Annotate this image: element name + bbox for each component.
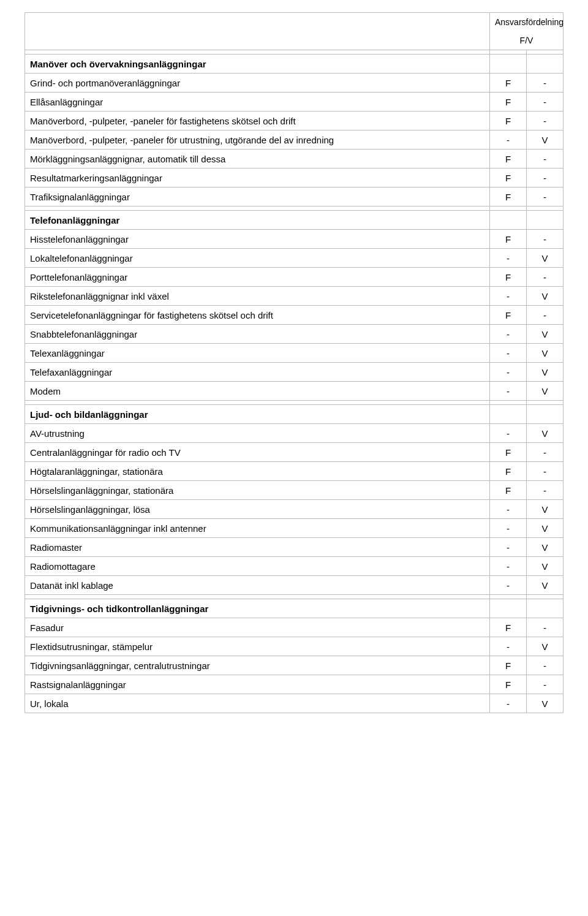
table-row: Tidgivningsanläggningar, centralutrustni… xyxy=(25,656,564,675)
row-label: Manöverbord, -pulpeter, -paneler för utr… xyxy=(25,131,490,150)
row-label: Ur, lokala xyxy=(25,694,490,713)
table-row: Radiomaster-V xyxy=(25,538,564,557)
row-label: Grind- och portmanöveranläggningar xyxy=(25,74,490,93)
row-label: Tidgivningsanläggningar, centralutrustni… xyxy=(25,656,490,675)
row-label: Radiomottagare xyxy=(25,557,490,576)
table-row: Grind- och portmanöveranläggningarF- xyxy=(25,74,564,93)
row-v: - xyxy=(527,112,564,131)
table-row: Manöverbord, -pulpeter, -paneler för utr… xyxy=(25,131,564,150)
table-row: RastsignalanläggningarF- xyxy=(25,675,564,694)
table-row: Lokaltelefonanläggningar-V xyxy=(25,249,564,268)
row-label: Resultatmarkeringsanläggningar xyxy=(25,168,490,187)
row-f: F xyxy=(490,306,527,325)
table-row: Modem-V xyxy=(25,382,564,401)
section-heading: Manöver och övervakningsanläggningar xyxy=(25,55,490,74)
row-v: - xyxy=(527,230,564,249)
row-v: - xyxy=(527,656,564,675)
row-f: F xyxy=(490,481,527,500)
row-v: - xyxy=(527,462,564,481)
row-v: - xyxy=(527,187,564,206)
row-v: - xyxy=(527,675,564,694)
row-v: - xyxy=(527,74,564,93)
table-row: Servicetelefonanläggningar för fastighet… xyxy=(25,306,564,325)
row-f: F xyxy=(490,168,527,187)
row-v: V xyxy=(527,557,564,576)
section-heading: Ljud- och bildanläggningar xyxy=(25,405,490,424)
row-f: - xyxy=(490,424,527,443)
row-f: - xyxy=(490,500,527,519)
table-row: TrafiksignalanläggningarF- xyxy=(25,187,564,206)
row-v: V xyxy=(527,287,564,306)
header-empty-2 xyxy=(25,31,490,50)
row-f: F xyxy=(490,443,527,462)
row-f: - xyxy=(490,576,527,595)
table-row: Hörselslinganläggningar, lösa-V xyxy=(25,500,564,519)
row-f: F xyxy=(490,268,527,287)
row-v: - xyxy=(527,93,564,112)
section-heading-row: Tidgivnings- och tidkontrollanläggningar xyxy=(25,599,564,618)
section-heading-f xyxy=(490,55,527,74)
row-label: Porttelefonanläggningar xyxy=(25,268,490,287)
table-row: AV-utrustning-V xyxy=(25,424,564,443)
row-v: V xyxy=(527,344,564,363)
row-v: V xyxy=(527,424,564,443)
section-heading-f xyxy=(490,599,527,618)
table-row: Rikstelefonanläggnignar inkl växel-V xyxy=(25,287,564,306)
row-v: - xyxy=(527,268,564,287)
row-label: Modem xyxy=(25,382,490,401)
row-f: - xyxy=(490,382,527,401)
section-heading: Telefonanläggningar xyxy=(25,211,490,230)
row-f: F xyxy=(490,112,527,131)
row-f: F xyxy=(490,187,527,206)
table-row: Telexanläggningar-V xyxy=(25,344,564,363)
section-heading-row: Ljud- och bildanläggningar xyxy=(25,405,564,424)
row-v: - xyxy=(527,168,564,187)
row-label: AV-utrustning xyxy=(25,424,490,443)
row-v: V xyxy=(527,131,564,150)
section-heading-f xyxy=(490,211,527,230)
row-f: F xyxy=(490,150,527,168)
section-heading-row: Telefonanläggningar xyxy=(25,211,564,230)
row-v: V xyxy=(527,538,564,557)
row-f: - xyxy=(490,694,527,713)
row-f: F xyxy=(490,230,527,249)
row-label: Ellåsanläggningar xyxy=(25,93,490,112)
row-v: - xyxy=(527,443,564,462)
row-f: - xyxy=(490,131,527,150)
table-row: EllåsanläggningarF- xyxy=(25,93,564,112)
section-heading-v xyxy=(527,55,564,74)
section-heading: Tidgivnings- och tidkontrollanläggningar xyxy=(25,599,490,618)
row-v: V xyxy=(527,576,564,595)
row-f: F xyxy=(490,74,527,93)
header-title: Ansvarsfördelning xyxy=(490,13,564,32)
row-label: Hörselslinganläggningar, stationära xyxy=(25,481,490,500)
row-label: Kommunikationsanläggningar inkl antenner xyxy=(25,519,490,538)
row-v: - xyxy=(527,306,564,325)
table-row: Telefaxanläggningar-V xyxy=(25,363,564,382)
header-empty xyxy=(25,13,490,32)
row-f: - xyxy=(490,325,527,344)
row-label: Fasadur xyxy=(25,618,490,637)
row-v: V xyxy=(527,363,564,382)
row-label: Telexanläggningar xyxy=(25,344,490,363)
table-row: Högtalaranläggningar, stationäraF- xyxy=(25,462,564,481)
responsibility-table: Ansvarsfördelning F/V Manöver och överva… xyxy=(24,12,564,713)
spacer-row xyxy=(25,595,564,599)
table-row: HisstelefonanläggningarF- xyxy=(25,230,564,249)
row-label: Centralanläggningar för radio och TV xyxy=(25,443,490,462)
spacer-row xyxy=(25,50,564,55)
row-v: V xyxy=(527,500,564,519)
row-label: Trafiksignalanläggningar xyxy=(25,187,490,206)
row-label: Snabbtelefonanläggningar xyxy=(25,325,490,344)
table-row: PorttelefonanläggningarF- xyxy=(25,268,564,287)
table-row: Kommunikationsanläggningar inkl antenner… xyxy=(25,519,564,538)
row-f: F xyxy=(490,618,527,637)
section-heading-v xyxy=(527,211,564,230)
row-v: - xyxy=(527,150,564,168)
row-v: - xyxy=(527,618,564,637)
row-f: - xyxy=(490,519,527,538)
table-row: Snabbtelefonanläggningar-V xyxy=(25,325,564,344)
row-label: Högtalaranläggningar, stationära xyxy=(25,462,490,481)
row-label: Flextidsutrusningar, stämpelur xyxy=(25,637,490,656)
table-row: Hörselslinganläggningar, stationäraF- xyxy=(25,481,564,500)
